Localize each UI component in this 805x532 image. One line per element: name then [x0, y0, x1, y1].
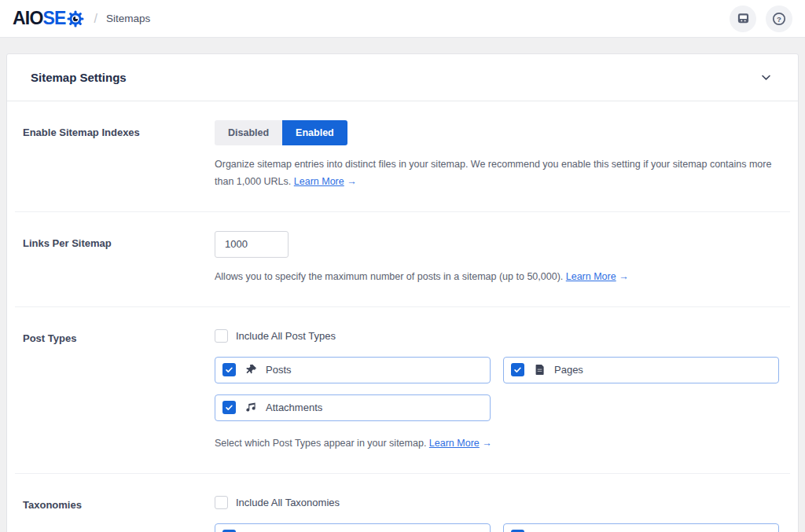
setting-label: Taxonomies [23, 493, 215, 532]
item-label: Posts [266, 364, 292, 376]
card-header: Sitemap Settings [7, 54, 798, 101]
svg-text:?: ? [777, 14, 781, 23]
checkbox-checked-icon [511, 363, 524, 376]
checkbox-unchecked-icon [215, 329, 228, 343]
logo-text-dark: AIO [13, 8, 43, 28]
post-type-item-attachments[interactable]: Attachments [215, 394, 491, 421]
sitemap-settings-card: Sitemap Settings Enable Sitemap Indexes … [6, 53, 799, 532]
setting-label: Links Per Sitemap [23, 231, 215, 286]
setting-description: Organize sitemap entries into distinct f… [215, 156, 779, 191]
checkbox-label: Include All Post Types [236, 330, 336, 342]
item-label: Pages [554, 364, 583, 376]
enabled-toggle-button[interactable]: Enabled [282, 120, 347, 145]
learn-more-link[interactable]: Learn More [429, 438, 480, 449]
post-type-item-posts[interactable]: Posts [215, 357, 491, 383]
pushpin-icon [244, 364, 257, 376]
setting-row-enable-sitemap-indexes: Enable Sitemap Indexes Disabled Enabled … [7, 101, 798, 211]
learn-more-arrow[interactable]: → [347, 176, 357, 187]
media-icon [244, 402, 257, 413]
page-icon [533, 364, 546, 376]
help-icon: ? [772, 12, 786, 26]
taxonomy-items: Categories Tags [215, 523, 779, 532]
taxonomy-item-categories[interactable]: Categories [215, 523, 491, 532]
chevron-down-icon [761, 72, 771, 83]
include-all-post-types-checkbox[interactable]: Include All Post Types [215, 329, 779, 343]
setting-row-taxonomies: Taxonomies Include All Taxonomies Catego… [7, 474, 798, 532]
setting-label: Enable Sitemap Indexes [23, 120, 215, 191]
learn-more-link[interactable]: Learn More [294, 176, 344, 187]
item-label: Attachments [266, 402, 322, 413]
notifications-button[interactable] [730, 6, 756, 32]
post-type-items: Posts Pages [215, 357, 779, 421]
learn-more-arrow[interactable]: → [619, 271, 629, 282]
checkbox-label: Include All Taxonomies [236, 497, 340, 508]
links-per-sitemap-input[interactable] [215, 231, 289, 258]
checkbox-checked-icon [222, 401, 236, 414]
help-button[interactable]: ? [766, 6, 792, 32]
enable-indexes-toggle: Disabled Enabled [215, 120, 347, 145]
breadcrumb: Sitemaps [106, 13, 150, 24]
checkbox-checked-icon [222, 363, 236, 376]
post-type-item-pages[interactable]: Pages [503, 357, 779, 383]
description-text: Select which Post Types appear in your s… [215, 438, 426, 449]
breadcrumb-separator: / [94, 12, 97, 26]
setting-description: Select which Post Types appear in your s… [215, 435, 779, 453]
card-title: Sitemap Settings [31, 71, 127, 84]
logo-text-blue: SE [43, 8, 66, 28]
setting-row-links-per-sitemap: Links Per Sitemap Allows you to specify … [7, 212, 798, 306]
description-text: Allows you to specify the maximum number… [215, 271, 563, 282]
collapse-section-button[interactable] [758, 69, 774, 86]
checkbox-unchecked-icon [215, 496, 228, 509]
setting-row-post-types: Post Types Include All Post Types Posts [7, 307, 798, 473]
notifications-icon [737, 12, 750, 25]
taxonomy-item-tags[interactable]: Tags [503, 523, 779, 532]
gear-icon [67, 10, 84, 28]
disabled-toggle-button[interactable]: Disabled [215, 120, 282, 145]
learn-more-arrow[interactable]: → [482, 438, 492, 449]
setting-description: Allows you to specify the maximum number… [215, 269, 779, 286]
setting-label: Post Types [23, 326, 215, 453]
topbar: AIOSE / Sitemaps [0, 0, 805, 38]
include-all-taxonomies-checkbox[interactable]: Include All Taxonomies [215, 496, 779, 509]
aioseo-logo[interactable]: AIOSE [13, 9, 84, 28]
learn-more-link[interactable]: Learn More [566, 271, 616, 282]
